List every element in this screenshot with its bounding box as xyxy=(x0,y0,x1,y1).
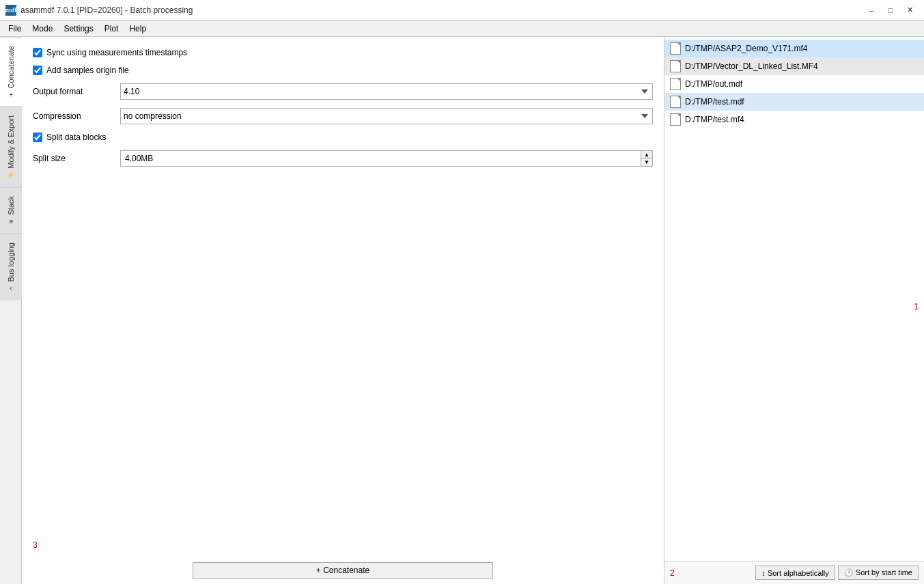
sidebar-tab-stack[interactable]: ≡ Stack xyxy=(0,187,22,234)
output-format-select[interactable]: 4.10 3.30 4.00 4.11 xyxy=(120,83,653,100)
stack-icon: ≡ xyxy=(9,218,13,225)
title-bar: mdf asammdf 7.0.1 [PID=20260] - Batch pr… xyxy=(0,0,924,20)
file-name-4: D:/TMP/test.mf4 xyxy=(685,115,744,124)
compression-select[interactable]: no compression deflate transposed deflat… xyxy=(120,108,653,124)
split-size-row: Split size 4.00MB ▲ ▼ xyxy=(33,150,653,167)
file-item-2[interactable]: D:/TMP/out.mdf xyxy=(664,75,924,93)
modify-export-icon: ⚡ xyxy=(7,171,15,179)
split-size-arrows: ▲ ▼ xyxy=(641,151,652,166)
menu-help[interactable]: Help xyxy=(124,23,152,35)
menu-bar: File Mode Settings Plot Help xyxy=(0,20,924,37)
split-size-label: Split size xyxy=(33,154,115,163)
menu-settings[interactable]: Settings xyxy=(58,23,98,35)
right-panel: D:/TMP/ASAP2_Demo_V171.mf4 D:/TMP/Vector… xyxy=(664,37,924,584)
left-panel-number-badge: 3 xyxy=(33,540,38,550)
file-list: D:/TMP/ASAP2_Demo_V171.mf4 D:/TMP/Vector… xyxy=(664,37,924,296)
file-icon-4 xyxy=(670,113,681,126)
close-button[interactable]: ✕ xyxy=(901,3,919,17)
output-format-label: Output format xyxy=(33,87,115,96)
split-data-blocks-label: Split data blocks xyxy=(46,133,106,142)
sort-buttons: ↕ Sort alphabetically 🕐 Sort by start ti… xyxy=(755,566,919,580)
content-area: Sync using measurements timestamps Add s… xyxy=(22,37,924,584)
add-samples-checkbox[interactable] xyxy=(33,66,42,75)
add-samples-label: Add samples origin file xyxy=(46,66,129,75)
file-name-1: D:/TMP/Vector_DL_Linked_List.MF4 xyxy=(685,61,818,71)
main-container: + Concatenate ⚡ Modify & Export ≡ Stack … xyxy=(0,37,924,584)
file-icon-1 xyxy=(670,60,681,72)
split-size-value: 4.00MB xyxy=(121,154,641,163)
menu-file[interactable]: File xyxy=(3,23,27,35)
maximize-button[interactable]: □ xyxy=(882,3,899,17)
compression-label: Compression xyxy=(33,111,115,121)
file-item-4[interactable]: D:/TMP/test.mf4 xyxy=(664,111,924,128)
sidebar-tab-modify-export-label: Modify & Export xyxy=(7,115,15,169)
split-size-down[interactable]: ▼ xyxy=(641,158,652,166)
sidebar: + Concatenate ⚡ Modify & Export ≡ Stack … xyxy=(0,37,22,584)
sort-alphabetically-button[interactable]: ↕ Sort alphabetically xyxy=(755,566,835,580)
sidebar-tab-bus-logging-label: Bus logging xyxy=(7,242,15,282)
app-icon: mdf xyxy=(5,5,16,16)
concatenate-icon: + xyxy=(9,91,13,98)
split-size-up[interactable]: ▲ xyxy=(641,151,652,158)
sync-timestamps-checkbox[interactable] xyxy=(33,48,42,57)
sidebar-tab-concatenate[interactable]: + Concatenate xyxy=(0,37,22,107)
title-bar-left: mdf asammdf 7.0.1 [PID=20260] - Batch pr… xyxy=(5,5,193,16)
title-controls[interactable]: – □ ✕ xyxy=(863,3,919,17)
compression-row: Compression no compression deflate trans… xyxy=(33,108,653,124)
sync-timestamps-row: Sync using measurements timestamps xyxy=(33,48,653,57)
left-panel: Sync using measurements timestamps Add s… xyxy=(22,37,664,584)
file-name-2: D:/TMP/out.mdf xyxy=(685,79,742,89)
sidebar-tab-concatenate-label: Concatenate xyxy=(7,46,15,88)
menu-mode[interactable]: Mode xyxy=(27,23,58,35)
right-number-badge-area: 1 xyxy=(664,296,924,561)
sidebar-tab-stack-label: Stack xyxy=(7,196,15,215)
bus-logging-icon: › xyxy=(10,284,12,292)
split-data-blocks-checkbox[interactable] xyxy=(33,133,42,142)
file-icon-2 xyxy=(670,78,681,90)
file-icon-3 xyxy=(670,96,681,108)
minimize-button[interactable]: – xyxy=(863,3,880,17)
output-format-row: Output format 4.10 3.30 4.00 4.11 xyxy=(33,83,653,100)
file-item-3[interactable]: D:/TMP/test.mdf xyxy=(664,93,924,111)
file-name-0: D:/TMP/ASAP2_Demo_V171.mf4 xyxy=(685,44,807,53)
file-item-0[interactable]: D:/TMP/ASAP2_Demo_V171.mf4 xyxy=(664,40,924,57)
sort-by-start-time-button[interactable]: 🕐 Sort by start time xyxy=(838,566,919,580)
bottom-bar: + Concatenate xyxy=(22,557,664,584)
split-data-blocks-row: Split data blocks xyxy=(33,133,653,142)
menu-plot[interactable]: Plot xyxy=(99,23,124,35)
sidebar-tab-modify-export[interactable]: ⚡ Modify & Export xyxy=(0,107,22,187)
sidebar-tab-bus-logging[interactable]: › Bus logging xyxy=(0,234,22,301)
file-item-1[interactable]: D:/TMP/Vector_DL_Linked_List.MF4 xyxy=(664,57,924,75)
file-icon-0 xyxy=(670,42,681,55)
sync-timestamps-label: Sync using measurements timestamps xyxy=(46,48,187,57)
file-name-3: D:/TMP/test.mdf xyxy=(685,97,744,107)
add-samples-row: Add samples origin file xyxy=(33,66,653,75)
concatenate-button[interactable]: + Concatenate xyxy=(193,562,493,579)
right-bottom-number: 2 xyxy=(670,568,675,578)
window-title: asammdf 7.0.1 [PID=20260] - Batch proces… xyxy=(20,5,193,15)
right-bottom: 2 ↕ Sort alphabetically 🕐 Sort by start … xyxy=(664,561,924,584)
right-number-badge: 1 xyxy=(914,302,919,311)
split-size-input: 4.00MB ▲ ▼ xyxy=(120,150,653,167)
